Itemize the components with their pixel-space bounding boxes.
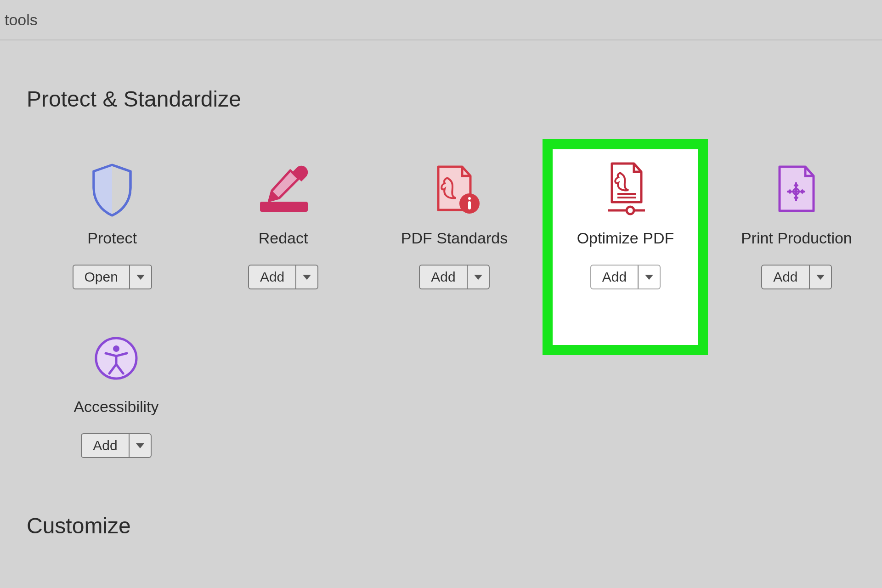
tool-button-group: Add	[81, 433, 151, 458]
tool-label: Protect	[87, 229, 137, 247]
tool-button-group: Add	[248, 265, 318, 289]
tool-pdf-standards[interactable]: PDF Standards Add	[369, 139, 540, 308]
tool-label: PDF Standards	[401, 229, 508, 247]
content: Protect & Standardize Protect Open	[0, 40, 882, 538]
open-button[interactable]: Open	[74, 266, 129, 288]
redact-icon	[254, 158, 313, 222]
dropdown-button[interactable]	[809, 266, 831, 288]
svg-point-12	[113, 345, 119, 352]
chevron-down-icon	[474, 275, 482, 280]
tool-label: Accessibility	[74, 398, 158, 416]
add-button[interactable]: Add	[591, 266, 638, 288]
tool-redact[interactable]: Redact Add	[198, 139, 368, 308]
tools-link[interactable]: tools	[5, 11, 38, 29]
add-button[interactable]: Add	[420, 266, 466, 288]
tool-row-2: Accessibility Add	[27, 308, 882, 476]
topbar: tools	[0, 0, 882, 40]
tool-label: Print Production	[741, 229, 852, 247]
tool-optimize-pdf[interactable]: Optimize PDF Add	[540, 139, 711, 308]
optimize-pdf-icon	[595, 158, 655, 222]
print-production-icon	[771, 158, 822, 222]
section-title-protect-standardize: Protect & Standardize	[27, 86, 882, 112]
shield-icon	[89, 158, 135, 222]
dropdown-button[interactable]	[295, 266, 317, 288]
tool-button-group: Add	[761, 265, 831, 289]
tool-row-1: Protect Open	[27, 139, 882, 308]
dropdown-button[interactable]	[129, 266, 151, 288]
svg-point-7	[627, 207, 634, 214]
dropdown-button[interactable]	[129, 434, 151, 457]
add-button[interactable]: Add	[249, 266, 295, 288]
chevron-down-icon	[645, 275, 653, 280]
accessibility-icon	[91, 326, 141, 390]
chevron-down-icon	[136, 443, 144, 448]
tool-print-production[interactable]: Print Production Add	[711, 139, 882, 308]
chevron-down-icon	[303, 275, 311, 280]
dropdown-button[interactable]	[467, 266, 489, 288]
svg-rect-0	[260, 202, 308, 212]
tool-accessibility[interactable]: Accessibility Add	[27, 308, 206, 476]
svg-rect-3	[468, 201, 471, 209]
dropdown-button[interactable]	[638, 266, 660, 288]
section-title-customize: Customize	[27, 513, 882, 538]
pdf-standards-icon	[424, 158, 484, 222]
chevron-down-icon	[136, 275, 145, 280]
chevron-down-icon	[816, 275, 825, 280]
svg-rect-2	[468, 197, 471, 200]
tool-label: Redact	[259, 229, 308, 247]
tool-protect[interactable]: Protect Open	[27, 139, 198, 308]
add-button[interactable]: Add	[762, 266, 808, 288]
tool-label: Optimize PDF	[577, 229, 674, 247]
add-button[interactable]: Add	[82, 434, 128, 457]
tool-button-group: Add	[590, 265, 661, 289]
tool-button-group: Add	[419, 265, 489, 289]
tool-button-group: Open	[73, 265, 152, 289]
